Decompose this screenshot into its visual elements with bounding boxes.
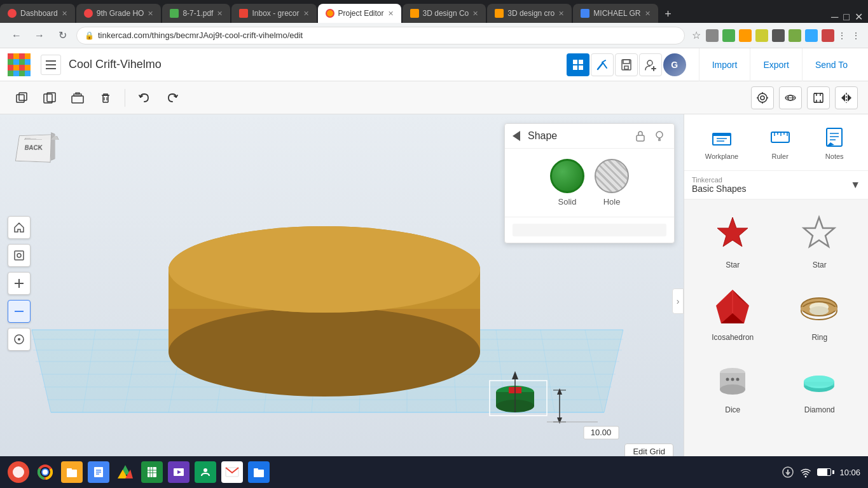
undo-button[interactable] xyxy=(133,86,156,109)
tab-close-icon[interactable]: ✕ xyxy=(558,10,564,18)
hole-shape-option[interactable]: Hole xyxy=(595,159,629,207)
shape-panel-header: Shape xyxy=(505,124,674,149)
svg-point-66 xyxy=(169,308,480,396)
color-picker-placeholder[interactable] xyxy=(513,224,666,236)
ext-icon-2[interactable] xyxy=(722,29,735,42)
delete-button[interactable] xyxy=(94,86,117,109)
tab-label: Inbox - grecor xyxy=(252,9,299,18)
shape-item-star-outline[interactable]: Star xyxy=(776,205,864,277)
tab-project-editor[interactable]: Project Editor ✕ xyxy=(318,4,401,23)
shapes-library[interactable]: Star Star xyxy=(684,200,868,488)
shape-item-star-red[interactable]: Star xyxy=(689,205,776,277)
diamond-thumbnail xyxy=(797,357,842,402)
collapse-arrow-icon[interactable] xyxy=(513,131,520,141)
tinkercad-logo[interactable] xyxy=(8,53,31,76)
ext-icon-4[interactable] xyxy=(755,29,768,42)
close-button[interactable]: ✕ xyxy=(855,11,863,23)
taskbar-files-icon[interactable] xyxy=(61,461,83,483)
menu-icon[interactable] xyxy=(41,55,61,75)
user-avatar[interactable]: G xyxy=(663,53,686,76)
svg-rect-3 xyxy=(579,65,583,70)
tab-michael[interactable]: MICHAEL GR ✕ xyxy=(573,4,658,23)
taskbar-docs-icon[interactable] xyxy=(88,461,109,483)
shape-item-ring[interactable]: Ring xyxy=(776,277,864,349)
taskbar-classroom-icon[interactable] xyxy=(195,461,216,483)
taskbar-start-button[interactable] xyxy=(8,461,29,483)
send-to-button[interactable]: Send To xyxy=(803,48,860,81)
visibility-icon[interactable] xyxy=(652,129,666,143)
shape-panel-title: Shape xyxy=(528,130,628,142)
save-button[interactable] xyxy=(615,53,638,76)
taskbar-gmail-icon[interactable] xyxy=(221,461,243,483)
ext-icon-5[interactable] xyxy=(772,29,785,42)
tab-close-icon[interactable]: ✕ xyxy=(217,10,223,18)
mirror-button[interactable] xyxy=(835,86,858,109)
notes-tool[interactable]: Notes xyxy=(815,121,853,164)
shape-item-dice[interactable]: Dice xyxy=(689,349,776,422)
hole-label: Hole xyxy=(603,197,621,207)
new-tab-button[interactable]: + xyxy=(659,5,677,23)
address-bar[interactable]: 🔒 tinkercad.com/things/becmrJAoj9t-cool-… xyxy=(76,27,685,44)
solid-shape-option[interactable]: Solid xyxy=(550,159,584,207)
tab-close-icon[interactable]: ✕ xyxy=(472,10,478,18)
notes-icon xyxy=(822,125,847,150)
tab-label: 3D design Co xyxy=(423,9,469,18)
export-button[interactable]: Export xyxy=(750,48,802,81)
svg-marker-106 xyxy=(804,217,834,247)
ext-icon-3[interactable] xyxy=(739,29,752,42)
extensions-button[interactable]: ⋮ xyxy=(837,30,846,41)
copy-button[interactable] xyxy=(38,86,61,109)
taskbar-sheets-icon[interactable] xyxy=(141,461,163,483)
tab-close-icon[interactable]: ✕ xyxy=(645,10,651,18)
shape-item-icosahedron[interactable]: Icosahedron xyxy=(689,277,776,349)
tab-close-icon[interactable]: ✕ xyxy=(62,10,67,18)
bookmark-star-icon[interactable]: ☆ xyxy=(690,29,703,42)
menu-button[interactable]: ⋮ xyxy=(851,30,860,41)
tab-dashboard[interactable]: Dashboard ✕ xyxy=(0,4,75,23)
import-button[interactable]: Import xyxy=(699,48,751,81)
tab-label: 8-7-1.pdf xyxy=(183,9,213,18)
solid-label: Solid xyxy=(558,197,577,207)
camera-target-button[interactable] xyxy=(751,86,774,109)
svg-line-6 xyxy=(603,64,607,68)
restore-button[interactable]: □ xyxy=(843,11,850,23)
ruler-tool[interactable]: Ruler xyxy=(761,121,799,164)
tab-close-icon[interactable]: ✕ xyxy=(388,10,394,18)
viewport-collapse-button[interactable]: › xyxy=(672,288,684,314)
tools-button[interactable] xyxy=(591,53,614,76)
taskbar-drive-icon[interactable] xyxy=(114,461,136,483)
minimize-button[interactable]: ─ xyxy=(831,11,838,23)
fit-view-button[interactable] xyxy=(807,86,830,109)
add-user-button[interactable] xyxy=(639,53,662,76)
taskbar-file-manager-icon[interactable] xyxy=(248,461,270,483)
ext-icon-8[interactable] xyxy=(822,29,834,42)
paste-button[interactable] xyxy=(66,86,89,109)
perspective-button[interactable] xyxy=(779,86,802,109)
lock-shape-icon[interactable] xyxy=(633,129,647,143)
tab-close-icon[interactable]: ✕ xyxy=(148,10,153,18)
library-dropdown-button[interactable]: ▼ xyxy=(850,179,860,191)
tab-close-icon[interactable]: ✕ xyxy=(303,10,309,18)
duplicate-button[interactable] xyxy=(10,86,33,109)
tab-3d-design2[interactable]: 3D design cro ✕ xyxy=(487,4,572,23)
tab-9th-grade[interactable]: 9th Grade HO ✕ xyxy=(76,4,162,23)
browser-nav-icons: ☆ ⋮ ⋮ xyxy=(690,29,860,42)
ext-icon-6[interactable] xyxy=(789,29,801,42)
reload-button[interactable]: ↻ xyxy=(53,27,71,44)
back-button[interactable]: ← xyxy=(8,27,25,44)
main-area: BACK xyxy=(0,114,868,488)
tab-gmail[interactable]: Inbox - grecor ✕ xyxy=(231,4,316,23)
ext-icon-1[interactable] xyxy=(706,29,719,42)
forward-button[interactable]: → xyxy=(31,27,48,44)
view-grid-button[interactable] xyxy=(567,53,589,76)
tab-pdf[interactable]: 8-7-1.pdf ✕ xyxy=(162,4,230,23)
ext-icon-7[interactable] xyxy=(805,29,818,42)
redo-button[interactable] xyxy=(161,86,184,109)
svg-point-122 xyxy=(736,377,739,381)
tab-3d-design1[interactable]: 3D design Co ✕ xyxy=(403,4,486,23)
taskbar-slides-icon[interactable] xyxy=(168,461,189,483)
shape-item-diamond[interactable]: Diamond xyxy=(776,349,864,422)
workplane-tool[interactable]: Workplane xyxy=(699,121,745,164)
viewport[interactable]: BACK xyxy=(0,114,684,488)
taskbar-chrome-icon[interactable] xyxy=(34,461,56,483)
